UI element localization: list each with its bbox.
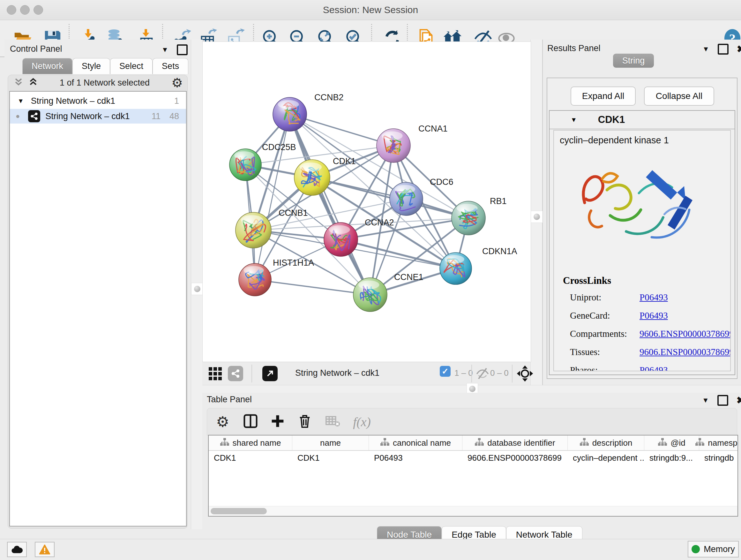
expand-all-chevron-icon[interactable]	[14, 77, 23, 89]
column-header-namespace[interactable]: namespace	[699, 435, 738, 450]
node-table[interactable]: shared namenamecanonical namedatabase id…	[208, 435, 738, 516]
crosslink-link[interactable]: 9606.ENSP00000378699	[639, 347, 731, 357]
network-view-title: String Network – cdk1	[295, 368, 380, 378]
crosslink-link[interactable]: 9606.ENSP00000378699	[639, 328, 731, 339]
network-collection-row[interactable]: ▼ String Network – cdk1 1	[10, 94, 186, 108]
crosslink-row: Pharos:P06493	[570, 365, 730, 371]
left-splitter[interactable]	[191, 40, 203, 530]
gene-description: cyclin–dependent kinase 1	[560, 135, 669, 145]
network-node-hist1h1a[interactable]: HIST1H1A	[239, 258, 314, 296]
crosslink-link[interactable]: P06493	[639, 310, 668, 321]
panel-menu-icon[interactable]: ▼	[702, 45, 710, 53]
node-label: CCNA1	[418, 124, 448, 133]
right-splitter[interactable]	[530, 40, 542, 385]
panel-close-icon[interactable]: ✖	[737, 44, 741, 55]
birds-eye-view-icon[interactable]	[262, 366, 278, 381]
tab-style[interactable]: Style	[72, 58, 110, 74]
panel-menu-icon[interactable]: ▼	[702, 396, 709, 405]
column-type-icon	[695, 438, 704, 448]
memory-button[interactable]: Memory	[688, 541, 739, 557]
network-options-gear-icon[interactable]: ⚙	[172, 76, 183, 89]
gene-entry: ▼ CDK1 cyclin–dependent kinase 1	[549, 110, 735, 375]
table-cell[interactable]: stringdb:9...	[644, 451, 699, 465]
control-panel: Control Panel ▼ ✖ NetworkStyleSelectSets…	[4, 40, 191, 530]
table-cell[interactable]: stringdb	[699, 451, 738, 465]
column-header-label: @id	[670, 438, 685, 448]
cloud-status-button[interactable]	[7, 542, 27, 557]
table-cell[interactable]: 9606.ENSP00000378699	[462, 451, 568, 465]
horizontal-scrollbar[interactable]	[209, 506, 738, 516]
column-header-shared-name[interactable]: shared name	[209, 435, 292, 450]
collapse-triangle-icon[interactable]: ▼	[570, 116, 577, 124]
show-columns-icon[interactable]	[243, 414, 258, 430]
network-edge-count: 48	[170, 111, 179, 121]
tab-string[interactable]: String	[613, 54, 654, 68]
table-row[interactable]: CDK1CDK1P064939606.ENSP00000378699cyclin…	[209, 451, 738, 465]
network-edge[interactable]	[290, 114, 370, 295]
network-row[interactable]: ● String Network – cdk1 11 48	[10, 109, 186, 124]
collapse-triangle-icon[interactable]: ▼	[17, 98, 24, 105]
warning-status-button[interactable]	[35, 542, 55, 557]
panel-close-icon[interactable]: ✖	[737, 395, 741, 406]
gene-entry-body: cyclin–dependent kinase 1	[553, 130, 731, 371]
grid-view-icon[interactable]	[208, 366, 223, 382]
results-panel: Results Panel ▼ ✖ String Expand All Coll…	[542, 40, 741, 385]
column-header--id[interactable]: @id	[644, 435, 699, 450]
column-header-database-identifier[interactable]: database identifier	[462, 435, 568, 450]
string-view-icon[interactable]	[228, 366, 243, 381]
splitter-handle[interactable]	[531, 211, 543, 223]
panel-menu-icon[interactable]: ▼	[161, 46, 169, 54]
network-node-ccne1[interactable]: CCNE1	[353, 272, 423, 312]
network-node-cdc25b[interactable]: CDC25B	[229, 142, 296, 181]
network-edge[interactable]	[255, 114, 290, 280]
scrollbar-thumb[interactable]	[211, 508, 267, 514]
collapse-all-chevron-icon[interactable]	[28, 77, 38, 89]
delete-column-icon[interactable]	[298, 414, 312, 430]
network-collection-label: String Network – cdk1	[31, 96, 115, 106]
network-node-cdk1[interactable]: CDK1	[294, 157, 356, 195]
network-edge[interactable]	[255, 280, 370, 295]
network-status-dot-icon: ●	[16, 112, 20, 120]
network-node-count: 11	[151, 111, 160, 121]
panel-float-icon[interactable]	[718, 44, 729, 55]
crosslink-label: Tissues:	[570, 347, 600, 357]
node-label: CDC25B	[262, 142, 296, 152]
network-view-toolbar: String Network – cdk1 ✓ 1 – 0 0 – 0	[202, 362, 530, 385]
tab-sets[interactable]: Sets	[152, 58, 188, 74]
collapse-all-button[interactable]: Collapse All	[644, 86, 714, 106]
panel-float-icon[interactable]	[177, 44, 188, 55]
column-header-description[interactable]: description	[568, 435, 644, 450]
add-column-icon[interactable]	[271, 414, 285, 429]
gene-name: CDK1	[598, 114, 625, 125]
table-cell[interactable]: P06493	[369, 451, 462, 465]
fit-content-crosshair-icon[interactable]	[516, 365, 534, 383]
toolbar-separator	[471, 365, 472, 382]
table-cell[interactable]: CDK1	[209, 451, 292, 465]
crosslink-link[interactable]: P06493	[639, 365, 668, 371]
column-header-canonical-name[interactable]: canonical name	[369, 435, 462, 450]
expand-all-button[interactable]: Expand All	[570, 86, 636, 106]
string-network-icon	[28, 110, 40, 122]
selected-checkbox-icon[interactable]: ✓	[440, 366, 451, 377]
tab-network[interactable]: Network	[22, 58, 72, 74]
memory-status-dot	[691, 545, 700, 553]
tab-select[interactable]: Select	[110, 58, 152, 74]
node-label: CCNB2	[314, 92, 344, 102]
horizontal-splitter[interactable]	[202, 385, 741, 393]
selected-node-edge-counts: 1 – 0	[455, 368, 473, 378]
table-panel-controls: ▼ ✖	[702, 395, 741, 406]
crosslink-row: Tissues:9606.ENSP00000378699	[570, 347, 730, 357]
splitter-handle[interactable]	[191, 283, 203, 295]
table-cell[interactable]: CDK1	[292, 451, 369, 465]
network-selection-bar: 1 of 1 Network selected ⚙	[8, 75, 187, 90]
network-node-ccna1[interactable]: CCNA1	[377, 124, 448, 163]
crosslink-link[interactable]: P06493	[639, 292, 668, 303]
gene-entry-header[interactable]: ▼ CDK1	[549, 111, 735, 129]
column-header-name[interactable]: name	[292, 435, 369, 450]
panel-float-icon[interactable]	[718, 395, 728, 406]
network-node-rb1[interactable]: RB1	[452, 196, 507, 235]
table-cell[interactable]: cyclin–dependent ...	[568, 451, 644, 465]
table-options-gear-icon[interactable]: ⚙	[216, 415, 229, 429]
network-node-cdkn1a[interactable]: CDKN1A	[440, 246, 517, 285]
network-canvas[interactable]: CCNB2CCNA1CDC25BCDK1CDC6RB1CCNB1CCNA2CDK…	[202, 42, 531, 362]
